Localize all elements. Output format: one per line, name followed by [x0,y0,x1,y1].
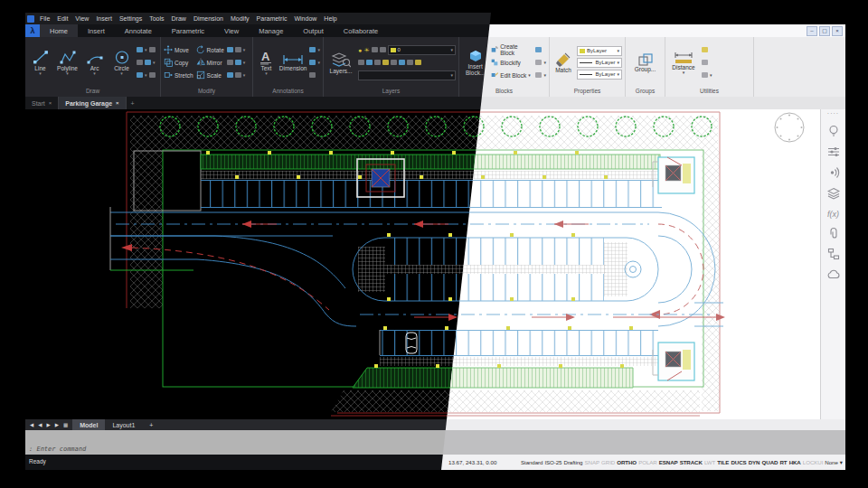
window-minimize-button[interactable]: – [807,26,817,36]
solid-icon[interactable] [137,72,143,78]
toggle-tile[interactable]: TILE [717,459,729,465]
layer-state-select[interactable]: ▾ [358,70,456,80]
new-document-button[interactable]: + [127,97,139,109]
move-tool[interactable]: Move [164,44,193,55]
toggle-quad[interactable]: QUAD [762,459,778,465]
tab-view[interactable]: View [214,24,249,37]
mtext-icon[interactable] [309,60,316,65]
toggle-ortho[interactable]: ORTHO [617,459,637,465]
region-icon[interactable] [145,60,151,65]
close-icon[interactable]: × [49,100,52,106]
app-menu-icon[interactable] [27,15,34,23]
menu-view[interactable]: View [71,15,92,22]
point-icon[interactable] [149,47,156,52]
lineweight-select[interactable]: ByLayer ▾ [577,70,622,80]
stretch-tool[interactable]: Stretch [164,70,193,80]
render-waves-icon[interactable] [827,166,840,179]
menu-parametric[interactable]: Parametric [253,15,291,22]
layers-manager-button[interactable]: Layers... [326,52,355,74]
trim-icon[interactable] [235,60,241,65]
block-settings-icon[interactable] [535,60,542,65]
menu-modify[interactable]: Modify [227,15,253,22]
attachments-paperclip-icon[interactable] [827,227,840,239]
tab-parametric[interactable]: Parametric [162,24,214,37]
toggle-dyn[interactable]: DYN [749,459,760,465]
toggle-esnap[interactable]: ESNAP [659,459,678,465]
status-more-icon[interactable]: ▾ [840,459,843,465]
add-layout-button[interactable]: + [142,419,160,430]
window-close-button[interactable]: × [832,26,843,36]
circle-tool[interactable]: Circle▾ [109,50,134,75]
toggle-lwt[interactable]: LWT [704,459,715,465]
next-layout-button[interactable]: ▶ [44,422,52,427]
layer-off-icon[interactable] [391,60,397,65]
tips-lightbulb-icon[interactable] [827,125,840,137]
menu-edit[interactable]: Edit [53,15,71,22]
toggle-grid[interactable]: GRID [601,459,615,465]
id-point-icon[interactable] [702,60,708,65]
toggle-polar[interactable]: POLAR [638,459,656,465]
fields-fx-icon[interactable]: f(x) [826,208,841,219]
window-restore-button[interactable]: ▢ [819,26,830,36]
table-icon[interactable] [309,72,316,78]
line-tool[interactable]: Line▾ [28,50,52,75]
toggle-snap[interactable]: SNAP [585,459,599,465]
toggle-drafting[interactable]: Drafting [564,459,583,465]
layer-select[interactable]: 0 ▾ [388,45,456,55]
layer-walk-icon[interactable] [415,60,421,65]
layer-lock-icon[interactable] [372,47,378,52]
toggle-rt[interactable]: RT [779,459,787,465]
dimension-tool[interactable]: Dimension [279,54,307,71]
prev-layout-button[interactable]: ◀ [36,422,43,427]
menu-dimension[interactable]: Dimension [190,15,227,22]
layer-match-icon[interactable] [399,60,405,65]
mirror-tool[interactable]: Mirror [196,57,224,68]
match-properties-button[interactable]: Match [552,52,574,73]
toggle-standard[interactable]: Standard [521,459,542,465]
rectangle-icon[interactable] [137,47,143,52]
hatch-icon[interactable] [137,60,143,65]
explode-icon[interactable] [235,72,241,78]
linetype-select[interactable]: ByLayer ▾ [577,58,622,68]
app-logo[interactable]: λ [25,24,40,37]
toggle-strack[interactable]: STRACK [680,459,703,465]
array-icon[interactable] [227,47,233,52]
menu-file[interactable]: File [36,15,53,22]
block-ref-icon[interactable] [535,72,542,78]
tab-home[interactable]: Home [40,24,78,37]
cloud-revision-icon[interactable] [149,72,156,78]
cloud-icon[interactable] [826,268,841,279]
menu-tools[interactable]: Tools [146,15,167,22]
tab-collaborate[interactable]: Collaborate [334,24,388,37]
menu-draw[interactable]: Draw [168,15,190,22]
blockify-button[interactable]: Blockify [491,57,533,68]
first-layout-button[interactable]: ◀ [28,422,35,427]
layer-freeze-icon[interactable] [382,60,389,65]
layers-stack-icon[interactable] [827,187,840,200]
tab-insert[interactable]: Insert [78,24,115,37]
doc-tab-parking-garage[interactable]: Parking Garage × [59,97,126,109]
layer-state-icon[interactable] [358,60,364,65]
layer-plot-icon[interactable] [380,47,386,52]
erase-icon[interactable] [235,47,241,52]
model-tab[interactable]: Model [72,419,105,430]
leader-icon[interactable] [309,47,316,52]
group-button[interactable]: Group... [630,53,661,72]
tab-manage[interactable]: Manage [249,24,293,37]
menu-settings[interactable]: Settings [116,15,146,22]
rotate-tool[interactable]: Rotate [196,44,224,55]
menu-help[interactable]: Help [320,15,340,22]
fillet-icon[interactable] [227,60,233,65]
settings-sliders-icon[interactable] [827,145,840,158]
color-select[interactable]: ByLayer ▾ [577,46,622,56]
copy-tool[interactable]: Copy [164,57,193,68]
scale-tool[interactable]: Scale [196,70,224,80]
block-attach-icon[interactable] [535,47,542,52]
edit-block-button[interactable]: Edit Block▾ [491,70,533,80]
polyline-tool[interactable]: Polyline▾ [55,50,80,75]
create-block-button[interactable]: Create Block [491,44,533,55]
grip-dots-icon[interactable]: ···· [827,111,839,117]
layer-isolate-icon[interactable] [366,60,373,65]
toggle-iso25[interactable]: ISO-25 [544,459,561,465]
tab-output[interactable]: Output [293,24,334,37]
